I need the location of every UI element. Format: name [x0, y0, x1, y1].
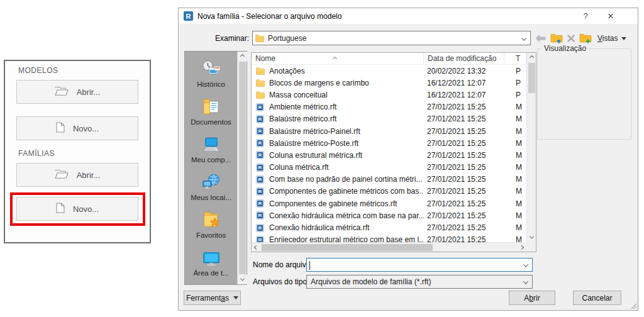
- column-header-data[interactable]: Data de modificação: [424, 53, 504, 64]
- svg-text:R: R: [258, 177, 262, 182]
- list-vertical-scrollbar[interactable]: [526, 53, 536, 242]
- revit-file-icon: R: [256, 236, 265, 242]
- table-row[interactable]: RComponentes de gabinete métricos.rft27/…: [252, 197, 526, 209]
- resize-grip[interactable]: [630, 302, 637, 309]
- familias-novo-button[interactable]: Novo...: [16, 197, 138, 221]
- table-row[interactable]: RBalaústre métrico-Painel.rft27/01/2021 …: [252, 125, 526, 137]
- scroll-up-icon[interactable]: [238, 52, 247, 61]
- table-row[interactable]: RComponentes de gabinete métricos com ba…: [252, 186, 526, 197]
- vistas-dropdown[interactable]: Vistas: [597, 34, 626, 43]
- place-item-4[interactable]: Favoritos: [185, 208, 237, 246]
- file-name-combobox: [306, 258, 533, 272]
- places-bar: HistóricoDocumentosMeu comp...Meus locai…: [184, 51, 247, 285]
- scroll-down-icon[interactable]: [238, 275, 247, 284]
- table-row[interactable]: Massa conceitual16/12/2021 12:07P: [252, 89, 526, 101]
- history-icon: [201, 57, 221, 79]
- file-name: Massa conceitual: [269, 91, 328, 99]
- place-item-1[interactable]: Documentos: [185, 95, 237, 133]
- table-row[interactable]: RColuna métrica.rft27/01/2021 15:25M: [252, 162, 526, 174]
- revit-file-icon: R: [256, 115, 265, 123]
- list-horizontal-scrollbar[interactable]: [252, 242, 526, 252]
- file-type: M: [504, 103, 526, 111]
- chevron-down-icon: [524, 277, 532, 286]
- place-label: Favoritos: [196, 231, 226, 239]
- file-type: M: [504, 235, 526, 242]
- file-name: Balaústre métrico-Painel.rft: [269, 127, 360, 136]
- dialog-title: Nova família - Selecionar o arquivo mode…: [197, 12, 341, 21]
- table-row[interactable]: RCom base no padrão de painel cortina mé…: [252, 174, 526, 186]
- help-button[interactable]: ?: [576, 8, 595, 24]
- table-row[interactable]: RConexão hidráulica métrica.rft27/01/202…: [252, 221, 526, 233]
- look-in-combobox[interactable]: Portuguese: [252, 31, 531, 45]
- file-type: M: [504, 139, 526, 148]
- dropdown-arrow-icon: [621, 37, 626, 40]
- revit-icon: R: [184, 11, 193, 21]
- place-item-5[interactable]: Área de t...: [185, 246, 237, 284]
- scroll-right-icon[interactable]: [517, 243, 526, 252]
- file-type-combobox[interactable]: Arquivos de modelo de família (*.rft): [306, 275, 533, 289]
- table-row[interactable]: RColuna estrutural métrica.rft27/01/2021…: [252, 149, 526, 161]
- place-item-3[interactable]: Meus locai...: [185, 170, 237, 208]
- table-row[interactable]: RConexão hidráulica métrica com base na …: [252, 209, 526, 221]
- file-date: 16/12/2021 12:07: [424, 79, 504, 87]
- scrollbar-thumb[interactable]: [239, 62, 246, 274]
- table-row[interactable]: RBalaústre métrico-Poste.rft27/01/2021 1…: [252, 137, 526, 149]
- dialog-titlebar: R Nova família - Selecionar o arquivo mo…: [179, 8, 638, 24]
- column-header-nome[interactable]: Nome: [252, 53, 424, 64]
- places-list: HistóricoDocumentosMeu comp...Meus locai…: [185, 52, 237, 284]
- close-button[interactable]: ×: [601, 8, 620, 24]
- file-type: M: [504, 127, 526, 136]
- place-item-0[interactable]: Histórico: [185, 57, 237, 95]
- up-one-level-icon[interactable]: [550, 31, 563, 45]
- file-type-label: Arquivos do tipo:: [253, 277, 309, 286]
- modelos-novo-button[interactable]: Novo...: [16, 116, 138, 140]
- modelos-abrir-button[interactable]: Abrir...: [16, 80, 138, 104]
- dropdown-arrow-icon: [233, 296, 238, 299]
- file-name: Balaústre métrico-Poste.rft: [269, 139, 358, 148]
- scrollbar-thumb[interactable]: [262, 244, 433, 251]
- svg-text:R: R: [258, 153, 262, 158]
- table-row[interactable]: REnrijecedor estrutural métrico com base…: [252, 234, 526, 242]
- table-row[interactable]: RAmbiente métrico.rft27/01/2021 15:25M: [252, 101, 526, 113]
- examinar-label: Examinar:: [215, 34, 245, 43]
- file-name-input[interactable]: [307, 259, 524, 270]
- places-scrollbar[interactable]: [237, 52, 247, 284]
- file-name: Conexão hidráulica métrica.rft: [269, 223, 369, 232]
- column-header-tipo[interactable]: T: [504, 53, 526, 64]
- folder-icon: [256, 79, 265, 87]
- familias-abrir-button[interactable]: Abrir...: [16, 163, 138, 187]
- scroll-up-icon[interactable]: [527, 53, 536, 62]
- launcher-panel: MODELOS Abrir... Novo... FAMÍLIAS Abrir.…: [4, 60, 151, 243]
- scrollbar-thumb[interactable]: [528, 63, 535, 93]
- button-label: Novo...: [73, 124, 99, 133]
- table-row[interactable]: Blocos de margens e carimbo16/12/2021 12…: [252, 77, 526, 89]
- file-name: Balaústre métrico.rft: [269, 114, 336, 123]
- table-row[interactable]: Anotações20/02/2022 13:32P: [252, 65, 526, 77]
- svg-text:R: R: [186, 13, 191, 20]
- abrir-button[interactable]: Abrir: [509, 291, 555, 305]
- preview-label: Visualização: [541, 44, 589, 53]
- new-folder-icon[interactable]: [579, 31, 592, 45]
- file-name: Componentes de gabinete métricos.rft: [269, 199, 397, 208]
- file-name: Enrijecedor estrutural métrico com base …: [269, 235, 424, 242]
- svg-text:R: R: [258, 213, 262, 219]
- table-row[interactable]: RBalaústre métrico.rft27/01/2021 15:25M: [252, 113, 526, 125]
- section-heading-modelos: MODELOS: [18, 66, 58, 75]
- delete-icon[interactable]: [567, 31, 575, 45]
- cancelar-button[interactable]: Cancelar: [573, 291, 621, 305]
- revit-file-icon: R: [256, 175, 265, 184]
- file-type: M: [504, 187, 526, 196]
- revit-file-icon: R: [256, 211, 265, 220]
- svg-text:R: R: [258, 128, 262, 134]
- file-date: 27/01/2021 15:25: [424, 199, 504, 208]
- place-item-2[interactable]: Meu comp...: [185, 133, 237, 170]
- file-type: M: [504, 211, 526, 220]
- ferramentas-button[interactable]: Ferramentas: [184, 291, 241, 305]
- file-name: Coluna métrica.rft: [269, 163, 329, 172]
- revit-file-icon: R: [256, 151, 265, 159]
- folder-icon: [256, 91, 265, 99]
- scroll-left-icon[interactable]: [252, 243, 261, 252]
- back-icon[interactable]: [535, 31, 547, 45]
- scroll-down-icon[interactable]: [527, 233, 536, 242]
- open-folder-icon: [55, 169, 69, 181]
